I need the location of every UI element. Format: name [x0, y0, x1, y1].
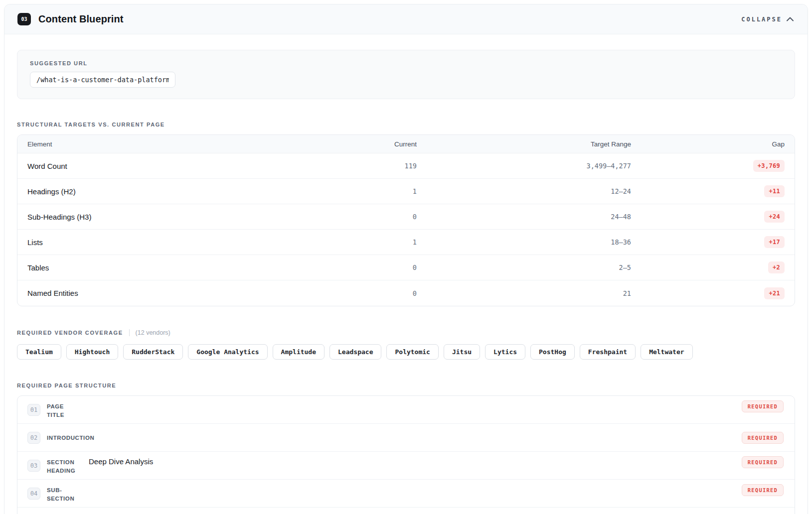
gap-badge: +24 [764, 211, 785, 223]
panel-content: SUGGESTED URL STRUCTURAL TARGETS VS. CUR… [4, 34, 808, 514]
gap-badge: +21 [764, 287, 785, 299]
table-row: Sub-Headings (H3) 0 24–48 +24 [17, 204, 795, 230]
suggested-url-card: SUGGESTED URL [17, 50, 795, 99]
structure-type-label: INTRODUCTION [47, 434, 78, 442]
structure-number-badge: 03 [27, 460, 40, 472]
required-badge: REQUIRED [742, 456, 784, 468]
page-structure-label: REQUIRED PAGE STRUCTURE [17, 383, 795, 388]
structure-row-content: INTRODUCTION REQUIRED [47, 432, 784, 444]
step-number-badge: 03 [17, 13, 31, 25]
structure-number-badge: 01 [27, 404, 40, 416]
table-row: Lists 1 18–36 +17 [17, 230, 795, 255]
current-value: 0 [332, 263, 417, 271]
page-structure-list: 01 PAGE TITLE REQUIRED 02 INTRODUCTION R… [17, 395, 795, 514]
page-title: Content Blueprint [38, 13, 124, 25]
vendor-chip[interactable]: Freshpaint [580, 344, 636, 360]
current-value: 1 [332, 238, 417, 246]
required-badge: REQUIRED [742, 432, 784, 444]
chevron-up-icon [787, 17, 794, 21]
structure-row: 03 SECTION HEADING Deep Dive Analysis RE… [17, 452, 795, 480]
structure-title: Deep Dive Analysis [89, 457, 153, 466]
current-value: 0 [332, 289, 417, 297]
table-row: Named Entities 0 21 +21 [17, 280, 795, 306]
current-value: 0 [332, 213, 417, 221]
structure-row-content: PAGE TITLE REQUIRED [47, 400, 784, 419]
table-row: Headings (H2) 1 12–24 +11 [17, 179, 795, 204]
table-header-row: Element Current Target Range Gap [17, 135, 795, 153]
target-range-value: 3,499–4,277 [417, 162, 631, 170]
structure-row: 04 SUB-SECTION REQUIRED [17, 480, 795, 508]
panel-header: 03 Content Blueprint COLLAPSE [4, 4, 808, 34]
vendor-chip[interactable]: Lytics [485, 344, 525, 360]
element-name: Tables [27, 263, 332, 272]
element-name: Word Count [27, 162, 332, 170]
vendor-coverage-label: REQUIRED VENDOR COVERAGE [17, 330, 123, 336]
structure-row-content: SECTION HEADING Deep Dive Analysis REQUI… [47, 456, 784, 475]
gap-badge: +3,769 [753, 160, 785, 172]
vendor-chip[interactable]: Polytomic [386, 344, 438, 360]
required-badge: REQUIRED [742, 484, 784, 496]
vendor-chip[interactable]: Tealium [17, 344, 61, 360]
column-header-element: Element [27, 140, 332, 148]
target-range-value: 2–5 [417, 263, 631, 271]
target-range-value: 12–24 [417, 187, 631, 195]
gap-badge: +2 [768, 261, 785, 273]
target-range-value: 24–48 [417, 213, 631, 221]
vendor-chip[interactable]: PostHog [530, 344, 575, 360]
current-value: 119 [332, 162, 417, 170]
vendor-chip[interactable]: Amplitude [273, 344, 325, 360]
structure-type-label: SUB-SECTION [47, 486, 78, 503]
vendor-chip[interactable]: Leadspace [329, 344, 381, 360]
structural-targets-label: STRUCTURAL TARGETS VS. CURRENT PAGE [17, 122, 795, 128]
gap-badge: +11 [764, 185, 785, 197]
collapse-button-label: COLLAPSE [741, 16, 782, 23]
structure-number-badge: 04 [27, 488, 40, 500]
collapse-button[interactable]: COLLAPSE [741, 16, 794, 23]
suggested-url-label: SUGGESTED URL [30, 60, 782, 66]
target-range-value: 18–36 [417, 238, 631, 246]
column-header-target-range: Target Range [417, 140, 631, 148]
vendor-chip[interactable]: Meltwater [641, 344, 692, 360]
structure-row-content: SUB-SECTION REQUIRED [47, 484, 784, 503]
vendor-chip[interactable]: Jitsu [444, 344, 480, 360]
element-name: Named Entities [27, 289, 332, 297]
vendor-chip[interactable]: Hightouch [66, 344, 118, 360]
required-badge: REQUIRED [742, 400, 784, 412]
element-name: Headings (H2) [27, 187, 332, 196]
vendor-chip[interactable]: RudderStack [123, 344, 183, 360]
table-row: Word Count 119 3,499–4,277 +3,769 [17, 153, 795, 179]
content-blueprint-panel: 03 Content Blueprint COLLAPSE SUGGESTED … [4, 4, 808, 514]
target-range-value: 21 [417, 289, 631, 297]
column-header-current: Current [332, 140, 417, 148]
structure-type-label: PAGE TITLE [47, 402, 78, 419]
structural-targets-table: Element Current Target Range Gap Word Co… [17, 134, 795, 306]
vendor-coverage-header: REQUIRED VENDOR COVERAGE (12 vendors) [17, 329, 795, 336]
divider [129, 329, 130, 336]
vendor-chip[interactable]: Google Analytics [188, 344, 267, 360]
element-name: Sub-Headings (H3) [27, 213, 332, 221]
structure-number-badge: 02 [27, 432, 40, 444]
vendor-count: (12 vendors) [136, 329, 170, 336]
vendor-chip-list: Tealium Hightouch RudderStack Google Ana… [17, 344, 795, 360]
gap-badge: +17 [764, 236, 785, 248]
column-header-gap: Gap [631, 140, 785, 148]
structure-row: 01 PAGE TITLE REQUIRED [17, 396, 795, 424]
table-row: Tables 0 2–5 +2 [17, 255, 795, 280]
suggested-url-input[interactable] [30, 72, 175, 88]
current-value: 1 [332, 187, 417, 195]
structure-type-label: SECTION HEADING [47, 458, 78, 475]
element-name: Lists [27, 238, 332, 247]
structure-row: 02 INTRODUCTION REQUIRED [17, 424, 795, 452]
